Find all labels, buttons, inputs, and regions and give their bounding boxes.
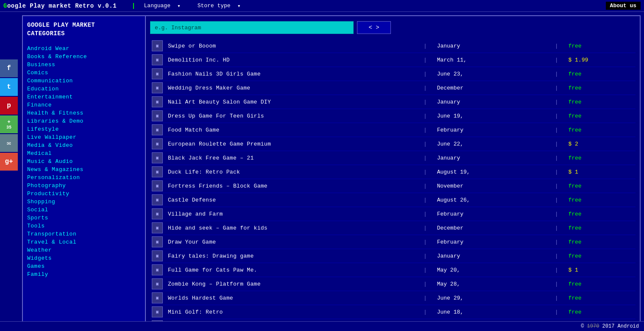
app-price: free — [566, 207, 636, 221]
app-name[interactable]: Hide and seek – Game for kids — [164, 221, 423, 235]
about-button[interactable]: About us — [606, 2, 641, 10]
pinterest-button[interactable]: p — [0, 97, 18, 115]
sidebar-category-transportation[interactable]: Transportation — [27, 230, 141, 238]
app-price: $ 2 — [566, 137, 636, 151]
apps-tbody: ▣Swipe or Booom|January|free▣Demolition … — [150, 39, 636, 331]
sidebar-category-widgets[interactable]: Widgets — [27, 254, 141, 262]
app-name[interactable]: Black Jack Free Game – 21 — [164, 151, 423, 165]
facebook-button[interactable]: f — [0, 59, 18, 77]
nav-store[interactable]: Store type — [198, 3, 231, 9]
sidebar-category-social[interactable]: Social — [27, 206, 141, 214]
app-name[interactable]: Duck Life: Retro Pack — [164, 165, 423, 179]
app-name[interactable]: Dress Up Game For Teen Girls — [164, 109, 423, 123]
separator: | — [423, 263, 435, 277]
separator: | — [423, 95, 435, 109]
sidebar-category-libraries---demo[interactable]: Libraries & Demo — [27, 117, 141, 125]
separator: | — [554, 235, 566, 249]
sidebar-category-comics[interactable]: Comics — [27, 69, 141, 77]
sidebar-category-android-wear[interactable]: Android Wear — [27, 45, 141, 53]
separator: | — [554, 193, 566, 207]
separator: | — [554, 179, 566, 193]
app-icon-cell: ▣ — [150, 179, 164, 193]
sidebar-category-education[interactable]: Education — [27, 85, 141, 93]
app-price: free — [566, 81, 636, 95]
sidebar-category-games[interactable]: Games — [27, 262, 141, 270]
separator: | — [423, 305, 435, 319]
app-icon: ▣ — [152, 306, 163, 317]
main-wrapper: GOOGLE PLAY MARKET CATEGORIES Android We… — [22, 15, 641, 331]
app-price: free — [566, 67, 636, 81]
addthis-button[interactable]: + 35 — [0, 115, 18, 133]
sidebar-category-music---audio[interactable]: Music & Audio — [27, 157, 141, 166]
app-name[interactable]: Nail Art Beauty Salon Game DIY — [164, 95, 423, 109]
separator: | — [423, 249, 435, 263]
sidebar-category-medical[interactable]: Medical — [27, 149, 141, 157]
app-name[interactable]: Swipe or Booom — [164, 39, 423, 53]
app-price: free — [566, 193, 636, 207]
app-name[interactable]: Mini Golf: Retro — [164, 305, 423, 319]
app-name[interactable]: European Roulette Game Premium — [164, 137, 423, 151]
app-date: December — [435, 81, 554, 95]
sidebar-category-media---video[interactable]: Media & Video — [27, 141, 141, 149]
table-row: ▣Dress Up Game For Teen Girls|June 19,|f… — [150, 109, 636, 123]
app-name[interactable]: Fairy tales: Drawing game — [164, 249, 423, 263]
twitter-button[interactable]: t — [0, 78, 18, 96]
googleplus-button[interactable]: g+ — [0, 153, 18, 171]
sidebar-category-lifestyle[interactable]: Lifestyle — [27, 125, 141, 133]
app-name[interactable]: Zombie Kong – Platform Game — [164, 277, 423, 291]
sidebar-category-weather[interactable]: Weather — [27, 246, 141, 254]
app-name[interactable]: Wedding Dress Maker Game — [164, 81, 423, 95]
separator: | — [423, 165, 435, 179]
search-input[interactable] — [150, 21, 354, 34]
sidebar-category-productivity[interactable]: Productivity — [27, 190, 141, 198]
sidebar-category-business[interactable]: Business — [27, 61, 141, 69]
app-name[interactable]: Fortress Friends – Block Game — [164, 179, 423, 193]
app-icon: ▣ — [152, 110, 163, 121]
app-name[interactable]: Fashion Nails 3D Girls Game — [164, 67, 423, 81]
separator: | — [554, 151, 566, 165]
app-icon-cell: ▣ — [150, 263, 164, 277]
app-date: January — [435, 151, 554, 165]
sidebar-category-entertainment[interactable]: Entertainment — [27, 93, 141, 101]
app-icon: ▣ — [152, 264, 163, 275]
sidebar-category-communication[interactable]: Communication — [27, 77, 141, 85]
nav-buttons[interactable]: < > — [357, 21, 391, 34]
sidebar-category-tools[interactable]: Tools — [27, 222, 141, 230]
sidebar-category-health---fitness[interactable]: Health & Fitness — [27, 109, 141, 117]
app-price: free — [566, 305, 636, 319]
app-name[interactable]: Demolition Inc. HD — [164, 53, 423, 67]
sidebar-category-travel---local[interactable]: Travel & Local — [27, 238, 141, 246]
app-name[interactable]: Full Game for Cats Paw Me. — [164, 263, 423, 277]
sidebar-category-photography[interactable]: Photography — [27, 182, 141, 190]
categories-list: Android WearBooks & ReferenceBusinessCom… — [27, 45, 141, 331]
app-icon: ▣ — [152, 40, 163, 51]
table-row: ▣Zombie Kong – Platform Game|May 28,|fre… — [150, 277, 636, 291]
nav-language[interactable]: Language — [144, 3, 170, 9]
separator: | — [423, 67, 435, 81]
sidebar-category-live-wallpaper[interactable]: Live Wallpaper — [27, 133, 141, 141]
sidebar-category-news---magazines[interactable]: News & Magazines — [27, 166, 141, 174]
separator: | — [554, 39, 566, 53]
app-icon: ▣ — [152, 124, 163, 135]
separator: | — [423, 193, 435, 207]
sidebar-category-sports[interactable]: Sports — [27, 214, 141, 222]
app-name[interactable]: Worlds Hardest Game — [164, 291, 423, 305]
separator: | — [423, 109, 435, 123]
app-price: free — [566, 235, 636, 249]
table-row: ▣European Roulette Game Premium|June 22,… — [150, 137, 636, 151]
app-date: February — [435, 235, 554, 249]
app-name[interactable]: Castle Defense — [164, 193, 423, 207]
sidebar-category-books---reference[interactable]: Books & Reference — [27, 53, 141, 61]
sidebar-category-finance[interactable]: Finance — [27, 101, 141, 109]
sidebar-category-shopping[interactable]: Shopping — [27, 198, 141, 206]
app-price: free — [566, 151, 636, 165]
sidebar-category-personalization[interactable]: Personalization — [27, 174, 141, 182]
sidebar-category-family[interactable]: Family — [27, 270, 141, 278]
separator: | — [554, 165, 566, 179]
app-icon-cell: ▣ — [150, 235, 164, 249]
app-name[interactable]: Draw Your Game — [164, 235, 423, 249]
email-button[interactable]: ✉ — [0, 134, 18, 152]
app-name[interactable]: Food Match Game — [164, 123, 423, 137]
app-name[interactable]: Village and Farm — [164, 207, 423, 221]
app-date: January — [435, 249, 554, 263]
